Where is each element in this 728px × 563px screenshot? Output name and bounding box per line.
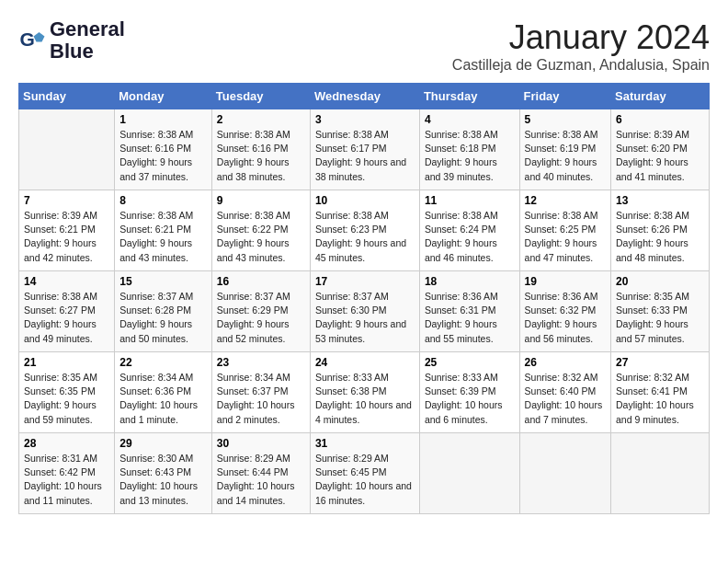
day-number: 7 xyxy=(24,194,109,207)
day-number: 14 xyxy=(24,275,109,288)
day-number: 2 xyxy=(217,113,305,126)
calendar-cell: 10 Sunrise: 8:38 AMSunset: 6:23 PMDaylig… xyxy=(310,190,419,271)
calendar-cell: 17 Sunrise: 8:37 AMSunset: 6:30 PMDaylig… xyxy=(310,271,419,352)
day-info: Sunrise: 8:29 AMSunset: 6:44 PMDaylight:… xyxy=(217,452,305,508)
day-number: 16 xyxy=(217,275,305,288)
day-number: 19 xyxy=(525,275,606,288)
day-number: 5 xyxy=(525,113,606,126)
day-number: 13 xyxy=(616,194,704,207)
calendar-cell: 9 Sunrise: 8:38 AMSunset: 6:22 PMDayligh… xyxy=(211,190,310,271)
day-number: 17 xyxy=(315,275,415,288)
day-info: Sunrise: 8:38 AMSunset: 6:22 PMDaylight:… xyxy=(217,209,305,265)
calendar-subtitle: Castilleja de Guzman, Andalusia, Spain xyxy=(452,57,710,74)
week-row: 1 Sunrise: 8:38 AMSunset: 6:16 PMDayligh… xyxy=(19,109,710,190)
calendar-cell: 29 Sunrise: 8:30 AMSunset: 6:43 PMDaylig… xyxy=(115,433,212,514)
header-row: SundayMondayTuesdayWednesdayThursdayFrid… xyxy=(19,84,710,109)
column-header-saturday: Saturday xyxy=(611,84,710,109)
calendar-cell: 26 Sunrise: 8:32 AMSunset: 6:40 PMDaylig… xyxy=(519,352,610,433)
logo-text: General Blue xyxy=(50,18,125,63)
day-info: Sunrise: 8:38 AMSunset: 6:19 PMDaylight:… xyxy=(525,128,606,184)
day-info: Sunrise: 8:31 AMSunset: 6:42 PMDaylight:… xyxy=(24,452,109,508)
svg-marker-1 xyxy=(34,32,45,42)
day-number: 29 xyxy=(119,437,207,450)
day-number: 15 xyxy=(119,275,207,288)
calendar-cell: 4 Sunrise: 8:38 AMSunset: 6:18 PMDayligh… xyxy=(419,109,519,190)
day-info: Sunrise: 8:38 AMSunset: 6:16 PMDaylight:… xyxy=(217,128,305,184)
svg-text:G: G xyxy=(20,29,35,50)
day-info: Sunrise: 8:38 AMSunset: 6:27 PMDaylight:… xyxy=(24,290,109,346)
calendar-cell xyxy=(419,433,519,514)
day-info: Sunrise: 8:38 AMSunset: 6:18 PMDaylight:… xyxy=(425,128,515,184)
calendar-cell: 15 Sunrise: 8:37 AMSunset: 6:28 PMDaylig… xyxy=(115,271,212,352)
day-info: Sunrise: 8:37 AMSunset: 6:29 PMDaylight:… xyxy=(217,290,305,346)
calendar-cell: 16 Sunrise: 8:37 AMSunset: 6:29 PMDaylig… xyxy=(211,271,310,352)
calendar-cell: 12 Sunrise: 8:38 AMSunset: 6:25 PMDaylig… xyxy=(519,190,610,271)
day-info: Sunrise: 8:36 AMSunset: 6:32 PMDaylight:… xyxy=(525,290,606,346)
day-info: Sunrise: 8:33 AMSunset: 6:39 PMDaylight:… xyxy=(425,371,515,427)
calendar-cell: 7 Sunrise: 8:39 AMSunset: 6:21 PMDayligh… xyxy=(19,190,115,271)
day-number: 23 xyxy=(217,356,305,369)
day-number: 8 xyxy=(119,194,207,207)
day-number: 25 xyxy=(425,356,515,369)
day-info: Sunrise: 8:32 AMSunset: 6:41 PMDaylight:… xyxy=(616,371,704,427)
day-info: Sunrise: 8:38 AMSunset: 6:17 PMDaylight:… xyxy=(315,128,415,184)
day-info: Sunrise: 8:38 AMSunset: 6:23 PMDaylight:… xyxy=(315,209,415,265)
week-row: 28 Sunrise: 8:31 AMSunset: 6:42 PMDaylig… xyxy=(19,433,710,514)
day-info: Sunrise: 8:39 AMSunset: 6:20 PMDaylight:… xyxy=(616,128,704,184)
calendar-cell: 11 Sunrise: 8:38 AMSunset: 6:24 PMDaylig… xyxy=(419,190,519,271)
day-info: Sunrise: 8:33 AMSunset: 6:38 PMDaylight:… xyxy=(315,371,415,427)
logo: G General Blue xyxy=(18,18,125,63)
calendar-cell: 6 Sunrise: 8:39 AMSunset: 6:20 PMDayligh… xyxy=(611,109,710,190)
calendar-cell: 22 Sunrise: 8:34 AMSunset: 6:36 PMDaylig… xyxy=(115,352,212,433)
day-info: Sunrise: 8:38 AMSunset: 6:24 PMDaylight:… xyxy=(425,209,515,265)
day-number: 20 xyxy=(616,275,704,288)
calendar-cell: 31 Sunrise: 8:29 AMSunset: 6:45 PMDaylig… xyxy=(310,433,419,514)
day-number: 26 xyxy=(525,356,606,369)
column-header-friday: Friday xyxy=(519,84,610,109)
calendar-cell: 1 Sunrise: 8:38 AMSunset: 6:16 PMDayligh… xyxy=(115,109,212,190)
column-header-sunday: Sunday xyxy=(19,84,115,109)
calendar-cell xyxy=(19,109,115,190)
logo-line1: General xyxy=(50,18,125,40)
title-block: January 2024 Castilleja de Guzman, Andal… xyxy=(452,18,710,74)
day-info: Sunrise: 8:37 AMSunset: 6:30 PMDaylight:… xyxy=(315,290,415,346)
day-info: Sunrise: 8:38 AMSunset: 6:25 PMDaylight:… xyxy=(525,209,606,265)
day-number: 12 xyxy=(525,194,606,207)
column-header-tuesday: Tuesday xyxy=(211,84,310,109)
day-info: Sunrise: 8:29 AMSunset: 6:45 PMDaylight:… xyxy=(315,452,415,508)
day-number: 24 xyxy=(315,356,415,369)
calendar-cell xyxy=(611,433,710,514)
day-info: Sunrise: 8:30 AMSunset: 6:43 PMDaylight:… xyxy=(119,452,207,508)
calendar-cell: 14 Sunrise: 8:38 AMSunset: 6:27 PMDaylig… xyxy=(19,271,115,352)
logo-line2: Blue xyxy=(50,40,125,63)
day-number: 21 xyxy=(24,356,109,369)
day-number: 11 xyxy=(425,194,515,207)
day-number: 30 xyxy=(217,437,305,450)
logo-icon: G xyxy=(18,27,46,54)
day-number: 22 xyxy=(119,356,207,369)
page-header: G General Blue January 2024 Castilleja d… xyxy=(18,18,710,74)
week-row: 14 Sunrise: 8:38 AMSunset: 6:27 PMDaylig… xyxy=(19,271,710,352)
week-row: 21 Sunrise: 8:35 AMSunset: 6:35 PMDaylig… xyxy=(19,352,710,433)
day-info: Sunrise: 8:35 AMSunset: 6:35 PMDaylight:… xyxy=(24,371,109,427)
day-info: Sunrise: 8:35 AMSunset: 6:33 PMDaylight:… xyxy=(616,290,704,346)
column-header-thursday: Thursday xyxy=(419,84,519,109)
day-info: Sunrise: 8:36 AMSunset: 6:31 PMDaylight:… xyxy=(425,290,515,346)
day-info: Sunrise: 8:38 AMSunset: 6:16 PMDaylight:… xyxy=(119,128,207,184)
column-header-wednesday: Wednesday xyxy=(310,84,419,109)
day-number: 3 xyxy=(315,113,415,126)
day-number: 6 xyxy=(616,113,704,126)
calendar-cell: 3 Sunrise: 8:38 AMSunset: 6:17 PMDayligh… xyxy=(310,109,419,190)
calendar-cell xyxy=(519,433,610,514)
calendar-cell: 2 Sunrise: 8:38 AMSunset: 6:16 PMDayligh… xyxy=(211,109,310,190)
calendar-cell: 30 Sunrise: 8:29 AMSunset: 6:44 PMDaylig… xyxy=(211,433,310,514)
day-info: Sunrise: 8:32 AMSunset: 6:40 PMDaylight:… xyxy=(525,371,606,427)
calendar-cell: 25 Sunrise: 8:33 AMSunset: 6:39 PMDaylig… xyxy=(419,352,519,433)
day-number: 27 xyxy=(616,356,704,369)
day-number: 28 xyxy=(24,437,109,450)
day-number: 10 xyxy=(315,194,415,207)
day-number: 4 xyxy=(425,113,515,126)
calendar-cell: 27 Sunrise: 8:32 AMSunset: 6:41 PMDaylig… xyxy=(611,352,710,433)
day-number: 31 xyxy=(315,437,415,450)
calendar-cell: 24 Sunrise: 8:33 AMSunset: 6:38 PMDaylig… xyxy=(310,352,419,433)
